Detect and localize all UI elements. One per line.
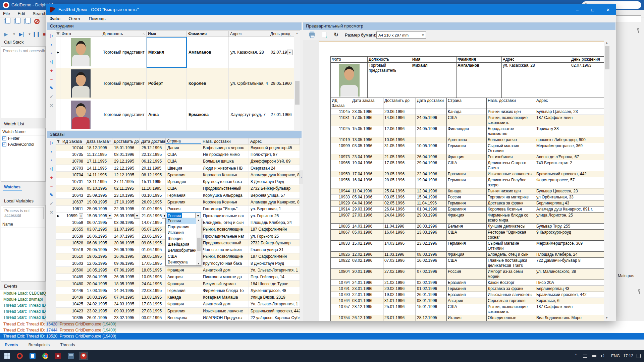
scroll-down-icon[interactable]: ▼: [604, 316, 609, 319]
nav-delete-button[interactable]: −: [47, 75, 56, 83]
pause-button[interactable]: ❙❙: [32, 30, 40, 38]
event-thread-start[interactable]: Thread Start: Thread ID: [0, 314, 46, 320]
address-cell[interactable]: ул. Орбитальная, 47: [229, 68, 269, 99]
nav-cancel-button[interactable]: ✕: [47, 101, 56, 110]
country-option[interactable]: Испания: [166, 230, 196, 236]
export-button[interactable]: [321, 31, 327, 38]
copy-icon[interactable]: [2, 17, 10, 25]
order-row[interactable]: 10439 10.03.1995 07.04.1995 13.03.1995 К…: [56, 294, 300, 301]
order-row[interactable]: 10423 23.02.1995 09.03.1995 27.03.1995 Б…: [56, 308, 300, 314]
birth-dropdown-button[interactable]: ▾: [287, 50, 293, 55]
step-over-button[interactable]: ▶|: [17, 30, 25, 38]
nav-next-button[interactable]: ›: [47, 49, 56, 57]
nav-prior-button[interactable]: ‹: [47, 147, 56, 156]
column-header-delivery-date[interactable]: Дата доставки: [140, 138, 166, 144]
spinner-control[interactable]: ▲▼: [79, 213, 83, 219]
disable-icon[interactable]: [33, 17, 41, 25]
tray-language[interactable]: ENG: [611, 350, 620, 362]
country-option[interactable]: Португалия: [166, 224, 196, 230]
filter-funnel-icon[interactable]: [56, 138, 61, 144]
print-button[interactable]: [309, 31, 315, 38]
paste-icon[interactable]: [12, 17, 20, 25]
scrollbar-thumb[interactable]: [197, 238, 201, 251]
preview-scrollbar[interactable]: ▲ ▼: [604, 40, 609, 321]
scroll-up-icon[interactable]: ▲: [604, 40, 609, 44]
tab-threads[interactable]: Threads: [55, 340, 79, 350]
pin-icon[interactable]: [638, 289, 640, 292]
order-row[interactable]: 10500 10.05.1995 07.06.1995 18.05.1995 Ф…: [56, 267, 300, 274]
employees-scrollbar[interactable]: ▲: [294, 31, 300, 130]
birth-cell[interactable]: 27.01.1966: [269, 99, 293, 130]
date-dropdown-button[interactable]: ▾: [107, 213, 112, 219]
close-button[interactable]: ✕: [600, 4, 616, 15]
event-thread-exit-selected[interactable]: Thread Exit: Thread ID: 13520. Process G…: [0, 333, 644, 340]
dropdown-scrollbar[interactable]: ▲ ▼: [196, 218, 201, 265]
country-option[interactable]: Швеция: [166, 236, 196, 242]
ship-name-cell[interactable]: Прохладительные наг: [201, 213, 249, 219]
nav-cancel-button[interactable]: ✕: [47, 208, 56, 217]
tab-events[interactable]: Events: [0, 340, 22, 350]
country-option[interactable]: Великобритани: [166, 248, 196, 254]
column-header-photo[interactable]: Фото: [60, 31, 101, 37]
nav-delete-button[interactable]: −: [47, 182, 56, 190]
country-option[interactable]: Швейцария: [166, 242, 196, 248]
address-cell[interactable]: ул. Горького 25: [249, 213, 300, 219]
country-option[interactable]: США: [166, 254, 196, 260]
tray-clock[interactable]: 17:12: [623, 350, 633, 362]
watch-item[interactable]: ✓ FFilter: [1, 135, 45, 141]
address-cell[interactable]: ул. Казахская, 28: [229, 37, 269, 68]
main-pas-label[interactable]: Main.pas: [618, 274, 634, 278]
column-header-ship-by[interactable]: Доставить до: [112, 138, 140, 144]
run-button[interactable]: ▶: [2, 30, 10, 38]
tab-breakpoints[interactable]: Breakpoints: [24, 340, 54, 350]
scroll-down-icon[interactable]: ▼: [196, 262, 201, 265]
order-date-editor[interactable]: 15.08.1995 ▾: [85, 213, 112, 219]
order-row[interactable]: 10425 24.02.1995 24.03.1995 17.03.1995 Ф…: [56, 301, 300, 308]
address-cell[interactable]: Хаундстут-роуд, 7: [229, 99, 269, 130]
column-header-first-name[interactable]: Имя: [147, 31, 187, 37]
delivery-date-editor[interactable]: 21.08.1995 ▾: [140, 213, 166, 219]
order-row[interactable]: 10703 14.11.1995 12.12.1995 20.11.1995 Ш…: [56, 165, 300, 172]
nav-edit-button[interactable]: ✎: [47, 83, 56, 92]
window-menu-item[interactable]: Файл: [46, 15, 64, 22]
taskbar-chrome-icon[interactable]: [41, 352, 50, 360]
window-menu-item[interactable]: Отчет: [65, 15, 84, 22]
column-header-birth[interactable]: День рожд: [269, 31, 293, 37]
order-row[interactable]: 10708 17.11.1995 29.12.1995 06.12.1995 С…: [56, 158, 300, 165]
column-header-order-date[interactable]: Дата заказа▽: [85, 138, 112, 144]
last-name-cell[interactable]: Амгаланов: [187, 37, 229, 68]
start-button[interactable]: [3, 352, 11, 360]
column-header-country-selected[interactable]: Страна: [166, 138, 201, 144]
scroll-up-icon[interactable]: ▲: [294, 31, 300, 35]
event-thread-exit[interactable]: Thread Exit: Thread ID: 17444. Process G…: [0, 327, 644, 333]
filter-funnel-icon[interactable]: [56, 31, 60, 37]
nav-next-button[interactable]: ›: [47, 156, 56, 164]
first-name-cell[interactable]: Анна: [147, 99, 187, 130]
first-name-cell[interactable]: Роберт: [147, 68, 187, 99]
column-header-ship-name[interactable]: Назв. доставки: [201, 138, 249, 144]
order-row[interactable]: 10744 18.12.1995 15.01.1996 25.12.1995 Д…: [56, 144, 300, 151]
taskbar-package-icon[interactable]: [66, 352, 75, 360]
employee-row[interactable]: ▶ Торговый представит Михаил Амгаланов у…: [56, 37, 300, 68]
order-row[interactable]: 10735 11.12.1995 08.01.1996 22.12.1995 С…: [56, 151, 300, 158]
event-module-load[interactable]: Module Load: CLBCatQ: [0, 290, 46, 296]
order-row[interactable]: 10395 26.01.1995 23.02.1995 03.02.1995 В…: [56, 314, 300, 320]
country-option[interactable]: Венесуэла: [166, 259, 196, 265]
taskbar-app-icon[interactable]: [28, 352, 37, 360]
nav-last-button[interactable]: ›|: [47, 164, 56, 173]
refresh-button[interactable]: ↻: [333, 31, 339, 38]
order-row[interactable]: 10643 25.09.1995 23.10.1995 03.10.1995 Г…: [56, 192, 300, 199]
ide-menu-item[interactable]: File: [0, 10, 13, 17]
taskbar-rad-studio-icon[interactable]: [54, 352, 62, 360]
order-row[interactable]: 10637 19.09.1995 17.10.1995 26.09.1995 Б…: [56, 199, 300, 205]
event-thread-start[interactable]: Thread Start: Thread ID: [0, 308, 46, 314]
position-cell[interactable]: Торговый представит: [101, 68, 147, 99]
country-option[interactable]: Россия: [166, 218, 196, 224]
order-row[interactable]: 10656 05.10.1995 02.11.1995 11.10.1995 С…: [56, 185, 300, 192]
checkbox-checked-icon[interactable]: ✓: [2, 142, 6, 146]
order-row[interactable]: 10489 28.04.1995 26.05.1995 10.05.1995 А…: [56, 274, 300, 281]
column-header-address[interactable]: Адрес: [229, 31, 269, 37]
scrollbar-thumb[interactable]: [605, 46, 609, 69]
nav-post-button[interactable]: ✓: [47, 92, 56, 101]
duplicate-icon[interactable]: [22, 17, 30, 25]
